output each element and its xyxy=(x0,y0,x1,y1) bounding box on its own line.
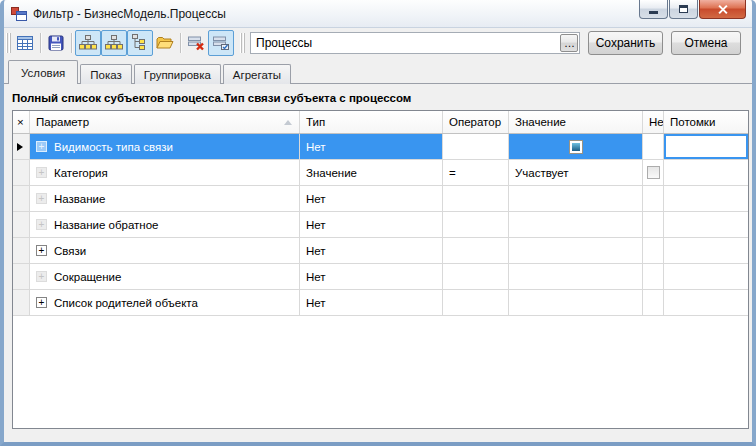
tab-page-conditions: Полный список субъектов процесса.Тип свя… xyxy=(4,84,752,442)
value-checkbox-checked[interactable] xyxy=(569,140,583,154)
column-header-not[interactable]: Не xyxy=(643,111,664,133)
minimize-button[interactable] xyxy=(639,0,668,19)
toolbar: Процессы … Сохранить Отмена xyxy=(4,28,752,58)
hierarchy-flat-icon xyxy=(79,34,97,52)
table-row[interactable]: Название обратное Нет xyxy=(13,212,748,238)
filter-name-value: Процессы xyxy=(256,36,560,50)
tab-display[interactable]: Показ xyxy=(80,64,132,84)
expand-icon xyxy=(36,141,47,152)
toolbar-separator xyxy=(37,32,44,54)
close-button[interactable] xyxy=(699,0,746,19)
close-icon xyxy=(717,4,728,15)
hierarchy-vertical-button[interactable] xyxy=(127,30,153,56)
row-arrow-icon xyxy=(17,143,23,151)
filter-grid: × Параметр Тип Оператор Значение Не Пото… xyxy=(12,110,749,429)
filter-caption: Полный список субъектов процесса.Тип свя… xyxy=(12,92,752,104)
grid-view-icon xyxy=(16,34,34,52)
table-row[interactable]: Список родителей объекта Нет xyxy=(13,290,748,316)
expand-plus-icon[interactable] xyxy=(36,245,47,256)
focused-cell[interactable] xyxy=(664,134,748,159)
column-header-parameter[interactable]: Параметр xyxy=(30,111,300,133)
filter-dialog-window: Фильтр - БизнесМодель.Процессы xyxy=(0,0,756,446)
row-indicator xyxy=(13,264,30,289)
window-title: Фильтр - БизнесМодель.Процессы xyxy=(33,7,226,21)
save-filter-button[interactable] xyxy=(44,31,68,55)
open-folder-icon xyxy=(156,34,174,52)
window-controls xyxy=(638,0,746,19)
tab-aggregates[interactable]: Агрегаты xyxy=(223,64,291,84)
ellipsis-button[interactable]: … xyxy=(560,34,578,52)
save-button[interactable]: Сохранить xyxy=(588,31,663,55)
cancel-button[interactable]: Отмена xyxy=(671,31,741,55)
app-icon xyxy=(11,6,27,22)
grid-header: × Параметр Тип Оператор Значение Не Пото… xyxy=(13,111,748,134)
table-row[interactable]: Сокращение Нет xyxy=(13,264,748,290)
toolbar-grip xyxy=(240,33,245,53)
table-row[interactable]: Связи Нет xyxy=(13,238,748,264)
toolbar-separator xyxy=(177,32,184,54)
column-header-operator[interactable]: Оператор xyxy=(443,111,509,133)
titlebar[interactable]: Фильтр - БизнесМодель.Процессы xyxy=(4,0,752,28)
table-row[interactable]: Название Нет xyxy=(13,186,748,212)
maximize-button[interactable] xyxy=(669,0,698,19)
column-header-descendants[interactable]: Потомки xyxy=(664,111,748,133)
save-icon xyxy=(47,34,65,52)
hierarchy-flat-button[interactable] xyxy=(75,30,101,56)
column-header-indicator[interactable]: × xyxy=(13,111,30,133)
toolbar-separator xyxy=(68,32,75,54)
expand-icon xyxy=(36,271,47,282)
maximize-icon xyxy=(679,5,688,13)
not-checkbox-unchecked[interactable] xyxy=(647,166,660,179)
hierarchy-tree-icon xyxy=(105,34,123,52)
row-indicator xyxy=(13,186,30,211)
apply-filter-button[interactable] xyxy=(208,30,234,56)
expand-plus-icon[interactable] xyxy=(36,297,47,308)
apply-filter-icon xyxy=(212,34,230,52)
minimize-icon xyxy=(649,11,658,14)
sort-ascending-icon xyxy=(284,120,292,125)
hierarchy-tree-button[interactable] xyxy=(101,30,127,56)
tab-grouping[interactable]: Группировка xyxy=(134,64,221,84)
open-filter-button[interactable] xyxy=(153,31,177,55)
expand-icon xyxy=(36,193,47,204)
filter-name-field[interactable]: Процессы … xyxy=(250,32,580,54)
tab-strip: Условия Показ Группировка Агрегаты xyxy=(4,58,752,84)
row-indicator xyxy=(13,160,30,185)
current-row-indicator xyxy=(13,134,30,159)
clear-filter-icon xyxy=(187,34,205,52)
hierarchy-vertical-icon xyxy=(131,34,149,52)
column-header-value[interactable]: Значение xyxy=(509,111,643,133)
client-area: Процессы … Сохранить Отмена Условия Пока… xyxy=(4,28,752,442)
row-indicator xyxy=(13,212,30,237)
table-row[interactable]: Видимость типа связи Нет xyxy=(13,134,748,160)
column-header-type[interactable]: Тип xyxy=(300,111,443,133)
row-indicator xyxy=(13,238,30,263)
expand-icon xyxy=(36,167,47,178)
grid-view-button[interactable] xyxy=(13,31,37,55)
toolbar-grip xyxy=(6,33,11,53)
tab-conditions[interactable]: Условия xyxy=(8,60,78,84)
row-indicator xyxy=(13,290,30,315)
table-row[interactable]: Категория Значение = Участвует xyxy=(13,160,748,186)
expand-icon xyxy=(36,219,47,230)
clear-filter-button[interactable] xyxy=(184,31,208,55)
